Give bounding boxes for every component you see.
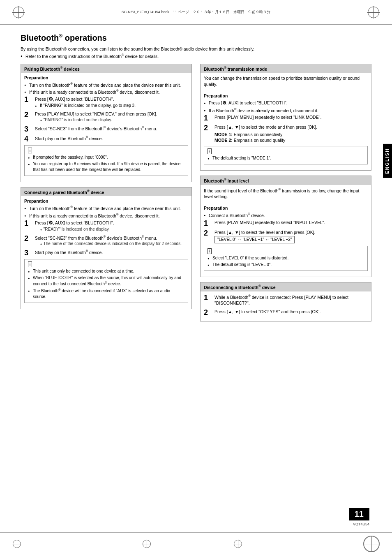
page-number: 11 — [349, 508, 369, 520]
mode-labels: MODE 1: Emphasis on connectivity MODE 2:… — [214, 132, 368, 143]
step-2-arrow: "PAIRING" is indicated on the display. — [35, 117, 188, 123]
input-level-section: Bluetooth® input level If the sound inpu… — [200, 176, 371, 277]
step-3-content: Select "SC-NE3" from the Bluetooth® devi… — [35, 125, 188, 132]
connecting-note-1: This unit can only be connected to one d… — [28, 268, 184, 274]
connecting-note-2: When "BLUETOOTH" is selected as the sour… — [28, 275, 184, 287]
conn-step-num-2: 2 — [24, 235, 32, 242]
connecting-section: Connecting a paired Bluetooth® device Pr… — [21, 187, 192, 310]
bottom-left — [12, 539, 21, 548]
trans-step-num-1: 1 — [204, 114, 212, 122]
conn-step-1-content: Press [⚙, AUX] to select "BLUETOOTH". "R… — [35, 220, 188, 232]
transmission-note: i The default setting is "MODE 1". — [204, 146, 368, 164]
transmission-section: Bluetooth® transmission mode You can cha… — [200, 64, 371, 171]
bottom-center — [142, 539, 242, 548]
bottom-crosshair-left — [12, 539, 21, 548]
pairing-step-3: 3 Select "SC-NE3" from the Bluetooth® de… — [24, 125, 188, 133]
transmission-header: Bluetooth® transmission mode — [201, 64, 371, 73]
header-crosshair-right — [367, 6, 380, 18]
note-icon-3: i — [208, 148, 212, 154]
mode2-label: MODE 2: — [214, 138, 233, 143]
intro-line1: By using the Bluetooth® connection, you … — [21, 46, 371, 52]
disc-step-2-content: Press [▲, ▼] to select "OK? YES" and the… — [214, 309, 368, 315]
disconnecting-section: Disconnecting a Bluetooth® device 1 Whil… — [200, 282, 371, 321]
note-icon-2: i — [28, 261, 32, 267]
pairing-step-2: 2 Press [PLAY MENU] to select "NEW DEV."… — [24, 111, 188, 123]
note-icon-4: i — [208, 248, 212, 254]
input-level-step-2: 2 Press [▲, ▼] to select the level and t… — [204, 229, 368, 244]
step-2-content: Press [PLAY MENU] to select "NEW DEV." a… — [35, 111, 188, 123]
input-level-note: i Select "LEVEL 0" if the sound is disto… — [204, 246, 368, 271]
pairing-section: Pairing Bluetooth® devices Preparation T… — [21, 64, 192, 182]
conn-step-1-arrow: "READY" is indicated on the display. — [35, 227, 188, 232]
step-1-sub: If "PAIRING" is indicated on the display… — [35, 103, 188, 109]
transmission-step-2: 2 Press [▲, ▼] to select the mode and th… — [204, 124, 368, 143]
input-level-step-1: 1 Press [PLAY MENU] repeatedly to select… — [204, 220, 368, 227]
note-icon-1: i — [28, 148, 32, 153]
bottom-circle-right — [363, 536, 380, 552]
disc-step-num-1: 1 — [204, 294, 212, 301]
pairing-step-1: 1 Press [⚙, AUX] to select "BLUETOOTH". … — [24, 96, 188, 109]
header-text: SC-NE3_EG`VQT4U54.book 11 ページ ２０１３年１月１６日… — [25, 9, 367, 15]
input-level-prep-1: Connect a Bluetooth® device. — [204, 212, 368, 218]
conn-step-num-3: 3 — [24, 249, 32, 257]
disconnecting-content: 1 While a Bluetooth® device is connected… — [201, 291, 371, 321]
bottom-right — [363, 536, 380, 552]
bottom-bar — [0, 532, 392, 555]
conn-step-2-arrow: The name of the connected device is indi… — [35, 241, 188, 247]
connecting-prep-title: Preparation — [24, 199, 188, 204]
transmission-note-1: The default setting is "MODE 1". — [208, 155, 364, 161]
pairing-prep-1: Turn on the Bluetooth® feature of the de… — [24, 82, 188, 88]
input-level-header: Bluetooth® input level — [201, 176, 371, 185]
footer-code: VQT4U54 — [353, 522, 369, 526]
input-step-1-content: Press [PLAY MENU] repeatedly to select "… — [214, 220, 368, 226]
input-level-note-2: The default setting is "LEVEL 0". — [208, 262, 364, 268]
conn-step-3-content: Start play on the Bluetooth® device. — [35, 249, 188, 255]
input-step-2-content: Press [▲, ▼] to select the level and the… — [214, 229, 368, 244]
input-level-content: If the sound input level of the Bluetoot… — [201, 185, 371, 277]
intro-line2: Refer to the operating instructions of t… — [21, 53, 371, 59]
connecting-header: Connecting a paired Bluetooth® device — [21, 187, 191, 197]
pairing-step-4: 4 Start play on the Bluetooth® device. — [24, 135, 188, 143]
page-title: Bluetooth® operations — [21, 33, 371, 43]
header-crosshair-left — [12, 6, 25, 18]
step-4-content: Start play on the Bluetooth® device. — [35, 135, 188, 141]
step-num-1: 1 — [24, 96, 32, 103]
transmission-prep-1: Press [⚙, AUX] to select "BLUETOOTH". — [204, 100, 368, 106]
pairing-note-2: You can register up to 8 devices with th… — [28, 161, 184, 173]
connecting-step-3: 3 Start play on the Bluetooth® device. — [24, 249, 188, 257]
pairing-content: Preparation Turn on the Bluetooth® featu… — [21, 73, 191, 182]
input-step-num-2: 2 — [204, 229, 212, 237]
transmission-prep-2: If a Bluetooth® device is already connec… — [204, 107, 368, 113]
two-col-layout: Pairing Bluetooth® devices Preparation T… — [21, 64, 371, 326]
connecting-note: i This unit can only be connected to one… — [24, 259, 188, 303]
step-num-3: 3 — [24, 125, 32, 133]
conn-step-2-content: Select "SC-NE3" from the Bluetooth® devi… — [35, 235, 188, 247]
transmission-content: You can change the transmission speed to… — [201, 73, 371, 170]
step-num-4: 4 — [24, 135, 32, 143]
input-level-note-1: Select "LEVEL 0" if the sound is distort… — [208, 255, 364, 261]
main-content: Bluetooth® operations By using the Bluet… — [0, 25, 392, 339]
pairing-prep-title: Preparation — [24, 75, 188, 80]
trans-step-num-2: 2 — [204, 124, 212, 132]
connecting-prep-1: Turn on the Bluetooth® feature of the de… — [24, 205, 188, 211]
input-level-prep-title: Preparation — [204, 206, 368, 210]
pairing-header: Pairing Bluetooth® devices — [21, 64, 191, 73]
level-diagram: "LEVEL 0" ↔ "LEVEL +1" ↔ "LEVEL +2" — [214, 236, 295, 243]
left-column: Pairing Bluetooth® devices Preparation T… — [21, 64, 192, 326]
input-level-intro: If the sound input level of the Bluetoot… — [204, 187, 368, 200]
input-step-num-1: 1 — [204, 220, 212, 227]
pairing-note: i If prompted for the passkey, input "00… — [24, 145, 188, 176]
connecting-step-2: 2 Select "SC-NE3" from the Bluetooth® de… — [24, 235, 188, 247]
disc-step-1-content: While a Bluetooth® device is connected: … — [214, 294, 368, 306]
header-bar: SC-NE3_EG`VQT4U54.book 11 ページ ２０１３年１月１６日… — [0, 0, 392, 25]
bottom-crosshair-center-left — [142, 539, 151, 548]
connecting-prep-2: If this unit is already connected to a B… — [24, 213, 188, 219]
page-footer: 11 VQT4U54 — [349, 508, 369, 526]
transmission-intro: You can change the transmission speed to… — [204, 75, 368, 87]
connecting-note-3: The Bluetooth® device will be disconnect… — [28, 288, 184, 300]
conn-step-num-1: 1 — [24, 220, 32, 227]
mode1-label: MODE 1: — [214, 132, 233, 137]
step-num-2: 2 — [24, 111, 32, 118]
pairing-prep-2: If this unit is already connected to a B… — [24, 89, 188, 95]
right-column: Bluetooth® transmission mode You can cha… — [200, 64, 371, 326]
